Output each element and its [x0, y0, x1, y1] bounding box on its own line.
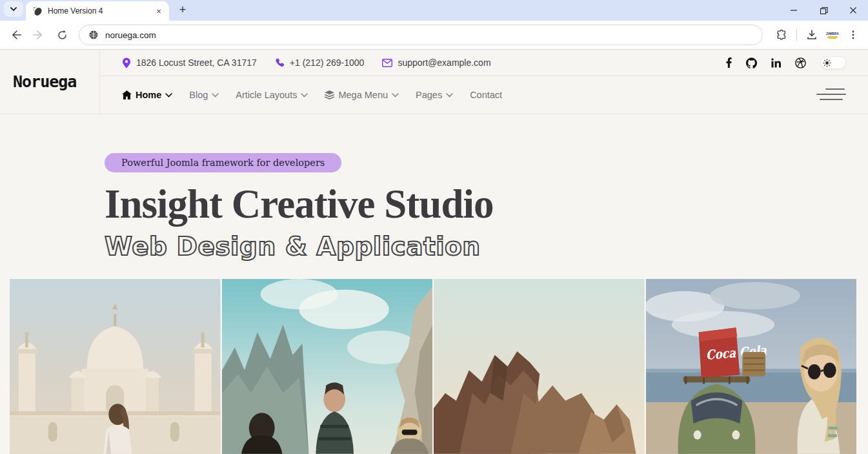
window-controls [779, 0, 868, 21]
social-links [726, 56, 846, 69]
restore-icon [820, 6, 828, 15]
minimize-icon [790, 6, 798, 14]
profile-avatar[interactable]: JIMBRA [824, 26, 841, 43]
minimize-button[interactable] [779, 0, 809, 21]
layers-icon [325, 90, 334, 99]
gallery-photo-desert-rocks[interactable] [434, 279, 645, 454]
mountain-photo-art [222, 279, 433, 454]
hero-title: Insight Creative Studio [105, 183, 868, 225]
phone-text: +1 (212) 269-1000 [290, 57, 365, 68]
chevron-down-icon [10, 5, 17, 13]
rocks-photo-art [434, 279, 645, 454]
gallery-photo-palace[interactable] [10, 279, 221, 454]
theme-toggle[interactable] [820, 56, 846, 69]
nav-label: Home [136, 90, 161, 100]
address-text: 1826 Locust Street, CA 31717 [136, 57, 257, 68]
nav-item-contact[interactable]: Contact [470, 85, 514, 105]
downloads-button[interactable] [802, 25, 822, 45]
nav-item-mega-menu[interactable]: Mega Menu [325, 85, 410, 105]
back-button[interactable] [5, 25, 26, 45]
main-nav: Home Blog Article Layouts Mega Menu [100, 76, 868, 114]
nav-item-blog[interactable]: Blog [189, 85, 230, 105]
web-page: Noruega 1826 Locust Street, CA 31717 +1 … [0, 50, 868, 454]
download-icon [806, 29, 818, 41]
browser-window: Home Version 4 × + noruega. [0, 0, 868, 454]
gallery-photo-mountain-friends[interactable] [222, 279, 433, 454]
chevron-down-icon [446, 93, 453, 98]
restore-button[interactable] [809, 0, 838, 21]
forward-icon [33, 29, 45, 41]
browser-toolbar: noruega.com JIMBRA [0, 21, 868, 50]
url-text: noruega.com [105, 30, 156, 40]
menu-button[interactable] [843, 25, 863, 45]
email-text: support@example.com [398, 57, 490, 68]
reload-button[interactable] [52, 25, 72, 45]
forward-button[interactable] [28, 25, 49, 45]
contact-topbar: 1826 Locust Street, CA 31717 +1 (212) 26… [100, 50, 868, 76]
offcanvas-menu-button[interactable] [816, 87, 846, 103]
hero-section: Powerful Joomla framework for developers… [0, 114, 868, 261]
site-logo[interactable]: Noruega [0, 50, 100, 114]
phone-item[interactable]: +1 (212) 269-1000 [275, 57, 365, 68]
chevron-down-icon [392, 93, 399, 98]
toolbar-separator [796, 29, 797, 41]
home-icon [122, 90, 132, 99]
nav-label: Pages [416, 90, 442, 100]
browser-tab[interactable]: Home Version 4 × [26, 1, 169, 21]
avatar-logo-arc [827, 36, 838, 39]
new-tab-button[interactable]: + [174, 1, 191, 18]
chevron-down-icon [212, 93, 219, 98]
address-bar[interactable]: noruega.com [79, 25, 763, 45]
van-photo-art: Coca Cola [646, 279, 857, 454]
extensions-button[interactable] [772, 25, 791, 45]
gallery-photo-van-girl[interactable]: Coca Cola [646, 279, 857, 454]
site-logo-text: Noruega [13, 72, 76, 91]
tab-close-button[interactable]: × [154, 6, 164, 16]
tab-title: Home Version 4 [48, 6, 148, 15]
hero-badge: Powerful Joomla framework for developers [105, 153, 341, 172]
nav-label: Article Layouts [236, 90, 297, 100]
close-window-button[interactable] [838, 0, 868, 21]
tab-search-button[interactable] [4, 1, 23, 17]
hero-subtitle: Web Design & Application [105, 232, 868, 261]
tab-strip: Home Version 4 × + [0, 0, 868, 21]
nav-item-home[interactable]: Home [122, 85, 184, 105]
nav-label: Blog [189, 90, 208, 100]
site-globe-icon [88, 30, 99, 40]
nav-label: Contact [470, 90, 502, 100]
envelope-icon [382, 59, 392, 67]
sun-icon [823, 59, 831, 67]
chevron-down-icon [165, 93, 172, 98]
avatar-logo-text: JIMBRA [826, 32, 839, 36]
linkedin-icon[interactable] [771, 58, 781, 68]
address-item: 1826 Locust Street, CA 31717 [122, 57, 257, 68]
close-icon [849, 6, 857, 14]
phone-icon [275, 58, 285, 68]
nav-item-pages[interactable]: Pages [416, 85, 465, 105]
tab-favicon-icon [32, 6, 43, 16]
nav-item-article-layouts[interactable]: Article Layouts [236, 85, 319, 105]
palace-photo-art [10, 279, 221, 454]
site-header: Noruega 1826 Locust Street, CA 31717 +1 … [0, 50, 868, 114]
facebook-icon[interactable] [726, 57, 732, 68]
chevron-down-icon [301, 93, 308, 98]
email-item[interactable]: support@example.com [382, 57, 490, 68]
github-icon[interactable] [746, 57, 757, 68]
kebab-icon [848, 30, 858, 40]
dribbble-icon[interactable] [795, 57, 806, 68]
location-pin-icon [122, 57, 131, 68]
back-icon [10, 29, 21, 41]
hero-gallery: Coca Cola [10, 279, 856, 454]
nav-label: Mega Menu [338, 90, 388, 100]
puzzle-icon [776, 29, 787, 41]
reload-icon [57, 30, 68, 41]
